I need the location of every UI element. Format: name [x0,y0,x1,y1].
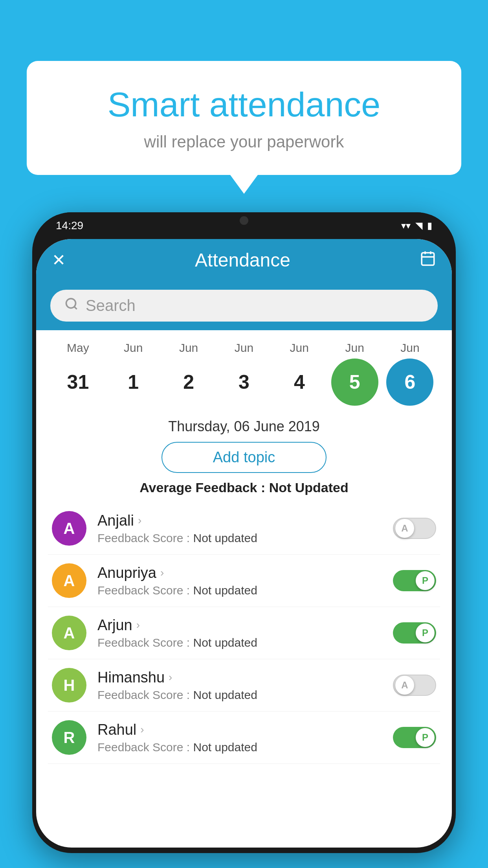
avg-feedback: Average Feedback : Not Updated [36,480,452,495]
phone-notch [222,212,266,229]
cal-day-2[interactable]: 2 [165,359,212,406]
cal-month-3: Jun [220,341,268,355]
chevron-icon: › [140,723,144,736]
camera-dot [240,216,248,225]
svg-rect-0 [422,253,434,265]
student-name[interactable]: Arjun › [97,617,382,634]
cal-month-4: Jun [276,341,323,355]
cal-month-5: Jun [331,341,378,355]
student-name[interactable]: Rahul › [97,721,382,738]
bubble-subtitle: will replace your paperwork [58,132,430,151]
student-info: Rahul ›Feedback Score : Not updated [97,721,382,754]
student-name[interactable]: Anupriya › [97,565,382,581]
avatar: R [52,720,86,755]
cal-month-1: Jun [110,341,157,355]
toggle-container[interactable]: A [393,675,436,696]
cal-month-6: Jun [386,341,433,355]
feedback-score: Feedback Score : Not updated [97,636,382,649]
student-info: Arjun ›Feedback Score : Not updated [97,617,382,649]
phone-screen: ✕ Attendance Search [36,239,452,848]
attendance-toggle[interactable]: P [393,727,436,748]
speech-bubble-container: Smart attendance will replace your paper… [27,61,461,175]
toggle-container[interactable]: P [393,622,436,644]
header-title: Attendance [195,249,290,271]
cal-month-0: May [54,341,101,355]
svg-point-4 [66,299,76,308]
avatar: A [52,563,86,598]
search-input[interactable]: Search [86,297,136,314]
student-info: Anjali ›Feedback Score : Not updated [97,512,382,545]
student-info: Anupriya ›Feedback Score : Not updated [97,565,382,597]
calendar-days: 31 1 2 3 4 5 6 [50,359,438,406]
speech-bubble: Smart attendance will replace your paper… [27,61,461,175]
chevron-icon: › [138,514,141,527]
student-name[interactable]: Himanshu › [97,669,382,686]
cal-month-2: Jun [165,341,212,355]
avg-feedback-value: Not Updated [269,480,349,495]
cal-day-6[interactable]: 6 [386,359,433,406]
toggle-container[interactable]: P [393,727,436,748]
student-row: AArjun ›Feedback Score : Not updatedP [48,607,440,659]
calendar-icon[interactable] [420,250,436,270]
student-list: AAnjali ›Feedback Score : Not updatedAAA… [36,502,452,764]
attendance-toggle[interactable]: A [393,518,436,539]
student-row: AAnupriya ›Feedback Score : Not updatedP [48,555,440,607]
status-bar: 14:29 ▾▾ ◥ ▮ [32,212,456,239]
student-name[interactable]: Anjali › [97,512,382,529]
chevron-icon: › [136,619,140,631]
cal-day-5[interactable]: 5 [331,359,378,406]
search-icon [64,297,79,314]
close-button[interactable]: ✕ [52,250,66,270]
cal-day-31[interactable]: 31 [54,359,101,406]
feedback-score: Feedback Score : Not updated [97,531,382,545]
toggle-container[interactable]: A [393,518,436,539]
avatar: A [52,616,86,650]
cal-day-3[interactable]: 3 [220,359,268,406]
avatar: A [52,511,86,546]
add-topic-button[interactable]: Add topic [161,442,327,473]
search-bar[interactable]: Search [50,290,438,322]
cal-day-1[interactable]: 1 [110,359,157,406]
feedback-score: Feedback Score : Not updated [97,688,382,702]
svg-line-5 [74,307,77,309]
battery-icon: ▮ [427,220,432,231]
student-row: RRahul ›Feedback Score : Not updatedP [48,712,440,764]
avg-feedback-label: Average Feedback : [139,480,269,495]
attendance-toggle[interactable]: P [393,622,436,644]
feedback-score: Feedback Score : Not updated [97,584,382,597]
student-row: AAnjali ›Feedback Score : Not updatedA [48,502,440,555]
chevron-icon: › [160,566,164,579]
status-icons: ▾▾ ◥ ▮ [401,220,432,231]
toggle-container[interactable]: P [393,570,436,591]
avatar: H [52,668,86,702]
selected-date: Thursday, 06 June 2019 [36,410,452,442]
search-bar-container: Search [36,281,452,330]
student-info: Himanshu ›Feedback Score : Not updated [97,669,382,702]
chevron-icon: › [169,671,172,684]
calendar-months: May Jun Jun Jun Jun Jun Jun [50,341,438,355]
attendance-toggle[interactable]: P [393,570,436,591]
app-header: ✕ Attendance [36,239,452,281]
wifi-icon: ▾▾ [401,220,411,231]
signal-icon: ◥ [415,220,422,231]
cal-day-4[interactable]: 4 [276,359,323,406]
student-row: HHimanshu ›Feedback Score : Not updatedA [48,659,440,712]
bubble-title: Smart attendance [58,85,430,125]
attendance-toggle[interactable]: A [393,675,436,696]
feedback-score: Feedback Score : Not updated [97,741,382,754]
phone-frame: 14:29 ▾▾ ◥ ▮ ✕ Attendance [32,212,456,853]
calendar-section: May Jun Jun Jun Jun Jun Jun 31 1 2 3 4 5… [36,330,452,410]
status-time: 14:29 [56,219,83,232]
